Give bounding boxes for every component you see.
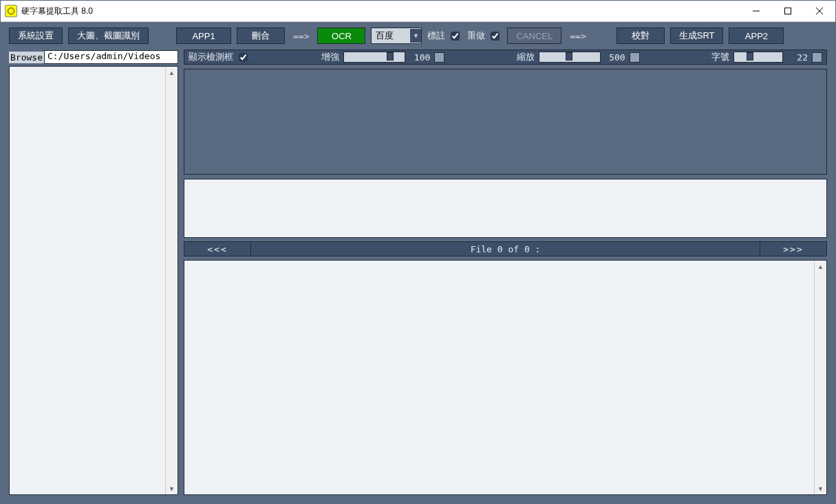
right-panel: 顯示檢測框 增強 100 縮放 500 bbox=[184, 50, 827, 495]
body-area: Browse C:/Users/admin/Videos ▲ ▼ 顯示 bbox=[1, 50, 835, 503]
prev-file-button[interactable]: <<< bbox=[184, 241, 251, 256]
svg-rect-0 bbox=[785, 8, 791, 14]
close-button[interactable] bbox=[804, 1, 835, 21]
file-list[interactable]: ▲ ▼ bbox=[9, 66, 178, 495]
bigimage-ocr-button[interactable]: 大圖、截圖識別 bbox=[68, 28, 149, 44]
ocr-engine-select[interactable]: 百度 ▼ bbox=[371, 28, 422, 44]
enhance-label: 增強 bbox=[321, 51, 339, 63]
cancel-button[interactable]: CANCEL bbox=[507, 28, 561, 44]
path-input[interactable]: C:/Users/admin/Videos bbox=[44, 50, 178, 64]
scale-label: 縮放 bbox=[517, 51, 535, 63]
delete-merge-button[interactable]: 刪合 bbox=[237, 28, 285, 44]
chevron-down-icon: ▼ bbox=[410, 29, 421, 43]
arrow-icon: ==> bbox=[290, 31, 312, 41]
app2-button[interactable]: APP2 bbox=[729, 28, 784, 44]
scroll-down-icon[interactable]: ▼ bbox=[166, 483, 178, 494]
redo-checkbox[interactable]: 重做 bbox=[467, 30, 502, 43]
window-title: 硬字幕提取工具 8.0 bbox=[21, 6, 93, 17]
ocr-button[interactable]: OCR bbox=[317, 28, 365, 44]
scale-value: 500 bbox=[605, 52, 625, 63]
file-nav-row: <<< File 0 of 0 : >>> bbox=[184, 242, 827, 256]
next-file-button[interactable]: >>> bbox=[760, 241, 827, 256]
scroll-down-icon[interactable]: ▼ bbox=[815, 483, 826, 494]
browse-row: Browse C:/Users/admin/Videos bbox=[9, 50, 178, 65]
title-bar: 硬字幕提取工具 8.0 bbox=[1, 1, 835, 22]
scrollbar[interactable]: ▲ ▼ bbox=[814, 261, 826, 494]
maximize-button[interactable] bbox=[772, 1, 804, 21]
arrow-icon: ==> bbox=[567, 31, 588, 41]
main-toolbar: 系統設置 大圖、截圖識別 APP1 刪合 ==> OCR 百度 ▼ 標註 重做 … bbox=[1, 22, 835, 50]
proofread-button[interactable]: 校對 bbox=[617, 28, 665, 44]
browse-button[interactable]: Browse bbox=[9, 52, 44, 63]
app-window: 硬字幕提取工具 8.0 系統設置 大圖、截圖識別 APP1 刪合 ==> OCR… bbox=[0, 0, 836, 504]
file-status: File 0 of 0 : bbox=[251, 241, 760, 256]
enhance-toggle[interactable] bbox=[434, 52, 444, 63]
settings-button[interactable]: 系統設置 bbox=[9, 28, 63, 44]
font-value: 22 bbox=[787, 52, 808, 63]
font-label: 字號 bbox=[711, 51, 729, 63]
font-slider[interactable] bbox=[733, 52, 783, 63]
font-toggle[interactable] bbox=[812, 52, 822, 63]
enhance-slider[interactable] bbox=[343, 52, 405, 63]
scroll-up-icon[interactable]: ▲ bbox=[815, 261, 826, 272]
subtitle-list[interactable]: ▲ ▼ bbox=[184, 260, 827, 495]
left-panel: Browse C:/Users/admin/Videos ▲ ▼ bbox=[9, 50, 178, 495]
preview-upper bbox=[184, 69, 827, 175]
app1-button[interactable]: APP1 bbox=[176, 28, 231, 44]
annotate-checkbox[interactable]: 標註 bbox=[427, 30, 462, 43]
app-icon bbox=[5, 5, 17, 17]
enhance-value: 100 bbox=[409, 52, 430, 63]
scale-toggle[interactable] bbox=[630, 52, 640, 63]
minimize-button[interactable] bbox=[740, 1, 772, 21]
generate-srt-button[interactable]: 生成SRT bbox=[670, 28, 724, 44]
ocr-engine-value: 百度 bbox=[372, 30, 398, 42]
scrollbar[interactable]: ▲ ▼ bbox=[165, 67, 178, 494]
client-area: 系統設置 大圖、截圖識別 APP1 刪合 ==> OCR 百度 ▼ 標註 重做 … bbox=[1, 22, 835, 503]
preview-lower bbox=[184, 179, 827, 238]
scale-slider[interactable] bbox=[539, 52, 601, 63]
control-row: 顯示檢測框 增強 100 縮放 500 bbox=[184, 50, 827, 65]
show-detect-box-checkbox[interactable]: 顯示檢測框 bbox=[189, 51, 250, 64]
scroll-up-icon[interactable]: ▲ bbox=[166, 67, 178, 78]
